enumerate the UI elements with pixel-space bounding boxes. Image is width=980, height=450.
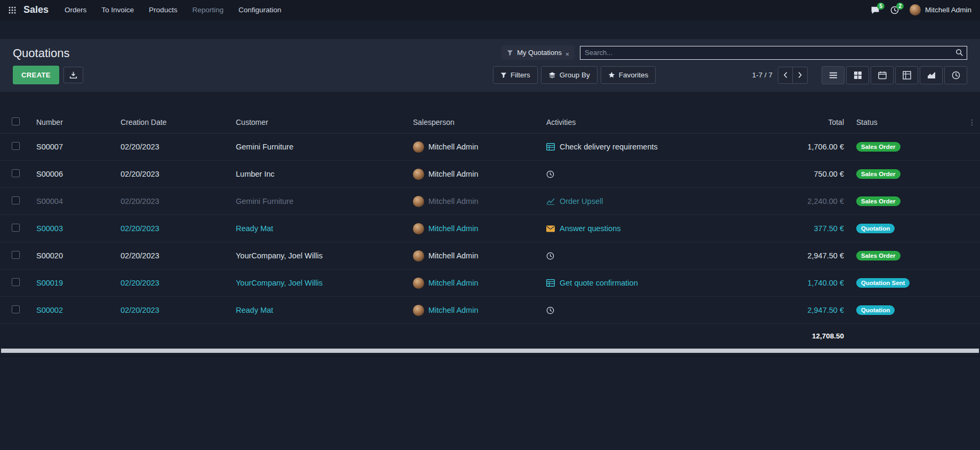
checkbox[interactable]: [12, 142, 20, 150]
table-row[interactable]: S0000202/20/2023Ready MatMitchell Admin2…: [0, 297, 980, 324]
column-header-total[interactable]: Total: [768, 118, 848, 127]
row-total: 2,240.00 €: [768, 197, 848, 206]
footer-total: 12,708.50: [768, 332, 848, 340]
row-checkbox[interactable]: [0, 142, 36, 152]
row-activity[interactable]: [546, 306, 768, 314]
messages-button[interactable]: 5: [871, 6, 880, 14]
calendar-view-button[interactable]: [871, 66, 894, 84]
facet-remove-icon[interactable]: ×: [565, 51, 569, 58]
activity-label[interactable]: Order Upsell: [560, 197, 603, 206]
salesperson-name: Mitchell Admin: [428, 143, 478, 151]
filters-button[interactable]: Filters: [493, 66, 538, 84]
activity-view-button[interactable]: [944, 66, 967, 84]
control-panel: Quotations My Quotations × CREATE: [0, 39, 980, 92]
search-input[interactable]: [580, 46, 967, 60]
apps-grid-icon[interactable]: [9, 6, 16, 14]
status-badge: Quotation: [856, 305, 895, 315]
table-row[interactable]: S0000602/20/2023Lumber IncMitchell Admin…: [0, 161, 980, 188]
horizontal-scrollbar[interactable]: [1, 349, 979, 353]
pivot-view-button[interactable]: [895, 66, 918, 84]
row-salesperson: Mitchell Admin: [413, 250, 546, 262]
row-activity[interactable]: [546, 170, 768, 178]
checkbox[interactable]: [12, 196, 20, 204]
row-checkbox[interactable]: [0, 224, 36, 233]
options-toggle-icon[interactable]: ⋮: [968, 118, 976, 127]
search-facet-my-quotations[interactable]: My Quotations ×: [501, 45, 575, 60]
pivot-view-icon: [903, 71, 911, 80]
row-activity[interactable]: Get quote confirmation: [546, 279, 768, 287]
row-activity[interactable]: Answer questions: [546, 224, 768, 233]
row-activity[interactable]: [546, 252, 768, 260]
graph-view-button[interactable]: [920, 66, 943, 84]
row-activity[interactable]: Check delivery requirements: [546, 143, 768, 151]
clock-icon[interactable]: [546, 170, 554, 178]
row-checkbox[interactable]: [0, 251, 36, 260]
nav-menu-reporting[interactable]: Reporting: [192, 6, 224, 14]
row-salesperson: Mitchell Admin: [413, 223, 546, 234]
row-checkbox[interactable]: [0, 169, 36, 179]
activity-label[interactable]: Check delivery requirements: [560, 143, 658, 151]
row-creation-date: 02/20/2023: [121, 306, 236, 314]
delivery-list-icon[interactable]: [546, 279, 555, 287]
row-checkbox[interactable]: [0, 196, 36, 206]
activities-button[interactable]: 2: [890, 6, 899, 14]
nav-menu-to-invoice[interactable]: To Invoice: [101, 6, 134, 14]
salesperson-avatar: [413, 278, 424, 289]
filters-label: Filters: [511, 71, 530, 79]
facet-label: My Quotations: [517, 49, 562, 57]
line-chart-icon[interactable]: [546, 198, 555, 205]
delivery-list-icon[interactable]: [546, 143, 555, 151]
checkbox[interactable]: [12, 278, 20, 286]
row-activity[interactable]: Order Upsell: [546, 197, 768, 206]
row-checkbox[interactable]: [0, 305, 36, 315]
checkbox[interactable]: [12, 305, 20, 313]
row-creation-date: 02/20/2023: [121, 197, 236, 206]
favorites-button[interactable]: Favorites: [601, 66, 656, 84]
search-icon[interactable]: [955, 49, 963, 57]
row-number: S00020: [36, 251, 121, 260]
kanban-view-button[interactable]: [846, 66, 869, 84]
column-header-status[interactable]: Status: [848, 118, 980, 127]
group-by-button[interactable]: Group By: [541, 66, 597, 84]
activity-label[interactable]: Answer questions: [560, 224, 620, 233]
table-row[interactable]: S0002002/20/2023YourCompany, Joel Willis…: [0, 242, 980, 270]
checkbox[interactable]: [12, 169, 20, 177]
user-menu[interactable]: Mitchell Admin: [910, 4, 971, 15]
envelope-icon[interactable]: [546, 225, 555, 232]
table-footer-row: 12,708.50: [0, 324, 980, 348]
salesperson-name: Mitchell Admin: [428, 251, 478, 260]
select-all-checkbox[interactable]: [0, 117, 36, 127]
salesperson-name: Mitchell Admin: [428, 279, 478, 287]
table-row[interactable]: S0000702/20/2023Gemini FurnitureMitchell…: [0, 133, 980, 161]
pager-previous-button[interactable]: [778, 67, 793, 84]
table-row[interactable]: S0000402/20/2023Gemini FurnitureMitchell…: [0, 188, 980, 215]
row-customer: Ready Mat: [236, 306, 413, 314]
app-name[interactable]: Sales: [23, 4, 49, 15]
export-button[interactable]: [63, 67, 83, 83]
pager-next-button[interactable]: [793, 67, 808, 84]
nav-menu-orders[interactable]: Orders: [65, 6, 86, 14]
activity-label[interactable]: Get quote confirmation: [560, 279, 638, 287]
nav-menu: OrdersTo InvoiceProductsReportingConfigu…: [65, 6, 281, 14]
table-row[interactable]: S0000302/20/2023Ready MatMitchell AdminA…: [0, 215, 980, 242]
column-header-activities[interactable]: Activities: [546, 118, 768, 127]
row-checkbox[interactable]: [0, 278, 36, 288]
row-status: Quotation: [848, 224, 980, 233]
row-creation-date: 02/20/2023: [121, 170, 236, 178]
row-total: 750.00 €: [768, 170, 848, 178]
list-view-button[interactable]: [822, 66, 844, 84]
clock-icon[interactable]: [546, 252, 554, 260]
column-header-salesperson[interactable]: Salesperson: [413, 118, 546, 127]
nav-menu-products[interactable]: Products: [149, 6, 177, 14]
nav-menu-configuration[interactable]: Configuration: [238, 6, 281, 14]
clock-icon[interactable]: [546, 306, 554, 314]
create-button[interactable]: CREATE: [13, 66, 59, 84]
row-salesperson: Mitchell Admin: [413, 305, 546, 316]
column-header-number[interactable]: Number: [36, 118, 121, 127]
table-row[interactable]: S0001902/20/2023YourCompany, Joel Willis…: [0, 270, 980, 297]
salesperson-name: Mitchell Admin: [428, 224, 478, 233]
checkbox[interactable]: [12, 224, 20, 232]
checkbox[interactable]: [12, 251, 20, 259]
column-header-creation-date[interactable]: Creation Date: [121, 118, 236, 127]
column-header-customer[interactable]: Customer: [236, 118, 413, 127]
